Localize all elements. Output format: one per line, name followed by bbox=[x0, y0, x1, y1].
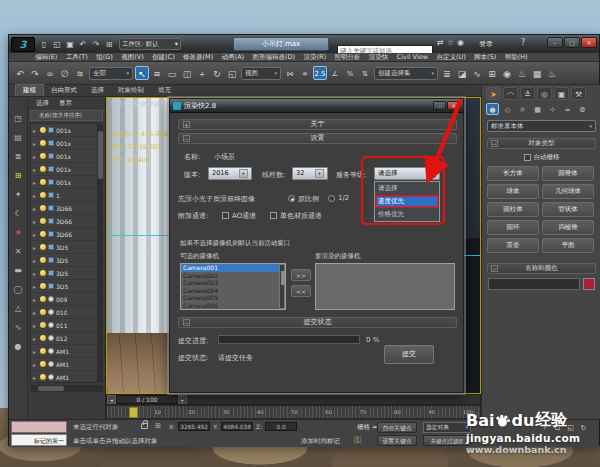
expand-arrow-icon[interactable] bbox=[33, 166, 38, 173]
show-bones-icon[interactable]: ● bbox=[12, 339, 25, 352]
display-tab-icon[interactable]: ▣ bbox=[554, 87, 569, 100]
shapes-icon[interactable]: ◇ bbox=[501, 103, 514, 115]
camera-list-scrollbar[interactable] bbox=[279, 264, 285, 309]
select-and-rotate-icon[interactable]: ↻ bbox=[210, 66, 224, 80]
menu-item[interactable]: 组(G) bbox=[92, 53, 117, 62]
select-and-move-icon[interactable]: ＋ bbox=[195, 66, 209, 80]
scrollbar-thumb[interactable] bbox=[98, 131, 103, 179]
selection-filter-dropdown[interactable]: 全部▾ bbox=[89, 67, 133, 80]
dialog-close-button[interactable]: ✕ bbox=[447, 101, 460, 110]
autogrid-checkbox[interactable] bbox=[524, 154, 531, 161]
explorer-row[interactable]: 3D5 bbox=[31, 267, 97, 280]
menu-item[interactable]: 修改器(M) bbox=[179, 53, 218, 62]
primitive-button[interactable]: 平面 bbox=[542, 238, 594, 253]
primitive-button[interactable]: 四棱锥 bbox=[542, 220, 594, 235]
object-type-rollup[interactable]: − 对象类型 bbox=[487, 138, 596, 149]
spacewarps-icon[interactable]: ≈ bbox=[561, 103, 574, 115]
menu-item[interactable]: 帮助(H) bbox=[500, 53, 531, 62]
open-file-icon[interactable]: ◱ bbox=[51, 38, 63, 50]
freeze-object-icon[interactable]: ▬ bbox=[12, 263, 25, 276]
hierarchy-tab-icon[interactable]: ≙ bbox=[520, 87, 535, 100]
primitive-button[interactable]: 管状体 bbox=[542, 202, 594, 217]
selection-lock-icon[interactable] bbox=[141, 423, 148, 429]
expand-icon[interactable]: + bbox=[183, 121, 190, 128]
camera-list-item[interactable]: Camera005 bbox=[181, 294, 285, 302]
redo-icon[interactable]: ↷ bbox=[90, 38, 102, 50]
settings-rollup[interactable]: − 设置 bbox=[178, 133, 457, 144]
render-frame-icon[interactable]: ▦ bbox=[530, 66, 544, 80]
menu-item[interactable]: 照明分析 bbox=[330, 53, 364, 62]
curve-editor-icon[interactable]: ∿ bbox=[470, 66, 484, 80]
show-helpers-icon[interactable]: ★ bbox=[12, 225, 25, 238]
max-logo-icon[interactable]: 3 bbox=[11, 37, 35, 52]
undo-icon[interactable]: ↶ bbox=[13, 66, 27, 80]
account-icon[interactable]: ◉ bbox=[457, 38, 464, 47]
primitive-button[interactable]: 长方体 bbox=[487, 166, 539, 181]
menu-item[interactable]: 编辑(E) bbox=[31, 53, 62, 62]
project-folder-icon[interactable]: ⊞ bbox=[103, 38, 115, 50]
percent-snap-icon[interactable]: % bbox=[343, 66, 357, 80]
expand-arrow-icon[interactable] bbox=[33, 322, 38, 329]
maxscript-mini-listener[interactable] bbox=[11, 421, 67, 433]
expand-arrow-icon[interactable] bbox=[33, 361, 38, 368]
explorer-row[interactable]: 3D5 bbox=[31, 254, 97, 267]
time-slider[interactable]: ◂ 0 / 100 ▸ bbox=[106, 394, 481, 405]
absolute-mode-icon[interactable]: ⊞ bbox=[155, 422, 161, 430]
primitive-button[interactable]: 几何球体 bbox=[542, 184, 594, 199]
submit-button[interactable]: 提交 bbox=[384, 345, 434, 364]
object-name-field[interactable] bbox=[488, 278, 580, 290]
lightbulb-icon[interactable] bbox=[40, 296, 46, 302]
select-and-scale-icon[interactable]: ◱ bbox=[225, 66, 239, 80]
bind-to-spacewarp-icon[interactable]: ≋ bbox=[73, 66, 87, 80]
window-crossing-icon[interactable]: ◫ bbox=[180, 66, 194, 80]
ribbon-tab[interactable]: 选择 bbox=[84, 85, 111, 96]
lightbulb-icon[interactable] bbox=[40, 205, 46, 211]
material-editor-icon[interactable]: ◉ bbox=[500, 66, 514, 80]
y-coordinate-field[interactable]: 4084.038 bbox=[221, 422, 253, 431]
mirror-icon[interactable]: ⋈ bbox=[283, 66, 297, 80]
dialog-minimize-button[interactable]: – bbox=[433, 101, 446, 110]
explorer-row[interactable]: 3D66 bbox=[31, 215, 97, 228]
lightbulb-icon[interactable] bbox=[40, 153, 46, 159]
lights-icon[interactable]: ☼ bbox=[516, 103, 529, 115]
menu-item[interactable]: 渲染快 bbox=[365, 53, 393, 62]
explorer-row[interactable]: 001x bbox=[31, 150, 97, 163]
restore-button[interactable]: ▢ bbox=[564, 37, 580, 48]
expand-arrow-icon[interactable] bbox=[33, 348, 38, 355]
camera-list-item[interactable]: Camera003 bbox=[181, 279, 285, 287]
cameras-icon[interactable]: ▦ bbox=[531, 103, 544, 115]
hide-object-icon[interactable]: ✕ bbox=[12, 244, 25, 257]
key-selection-dropdown[interactable]: 选定对象 ▾ bbox=[423, 422, 471, 433]
set-key-button[interactable]: 设置关键点 bbox=[377, 435, 417, 446]
expand-arrow-icon[interactable] bbox=[33, 153, 38, 160]
expand-arrow-icon[interactable] bbox=[33, 257, 38, 264]
camera-list-item[interactable]: Camera004 bbox=[181, 287, 285, 295]
camera-list-item[interactable]: Camera002 bbox=[181, 272, 285, 280]
angle-snap-icon[interactable]: ∠ bbox=[328, 66, 342, 80]
explorer-row[interactable]: 001x bbox=[31, 176, 97, 189]
expand-arrow-icon[interactable] bbox=[33, 205, 38, 212]
expand-arrow-icon[interactable] bbox=[33, 179, 38, 186]
lightbulb-icon[interactable] bbox=[40, 257, 46, 263]
primitive-button[interactable]: 圆环 bbox=[487, 220, 539, 235]
explorer-column-header[interactable]: 名称(按升序排序) bbox=[30, 110, 103, 121]
expand-arrow-icon[interactable] bbox=[33, 374, 38, 381]
signin-link[interactable]: 登录 bbox=[479, 39, 493, 49]
collapse-icon[interactable]: − bbox=[491, 265, 498, 272]
explorer-row[interactable]: 3D66 bbox=[31, 228, 97, 241]
menu-item[interactable]: 渲染(R) bbox=[299, 53, 330, 62]
explorer-row[interactable]: 3D5 bbox=[31, 280, 97, 293]
auto-key-button[interactable]: 自动关键点 bbox=[377, 422, 417, 433]
motion-tab-icon[interactable]: ◎ bbox=[537, 87, 552, 100]
explorer-row[interactable]: AM1 bbox=[31, 345, 97, 358]
explorer-menu-item[interactable]: 选择 bbox=[36, 99, 49, 109]
expand-arrow-icon[interactable] bbox=[33, 296, 38, 303]
threads-dropdown[interactable]: 32▾ bbox=[292, 167, 328, 180]
show-geometry-icon[interactable]: ◯ bbox=[12, 282, 25, 295]
spinner-snap-icon[interactable]: ⇅ bbox=[358, 66, 372, 80]
expand-arrow-icon[interactable] bbox=[33, 231, 38, 238]
lightbulb-icon[interactable] bbox=[40, 361, 46, 367]
ribbon-tab[interactable]: 建模 bbox=[15, 84, 44, 96]
lightbulb-icon[interactable] bbox=[40, 127, 46, 133]
explorer-row[interactable]: 012 bbox=[31, 332, 97, 345]
